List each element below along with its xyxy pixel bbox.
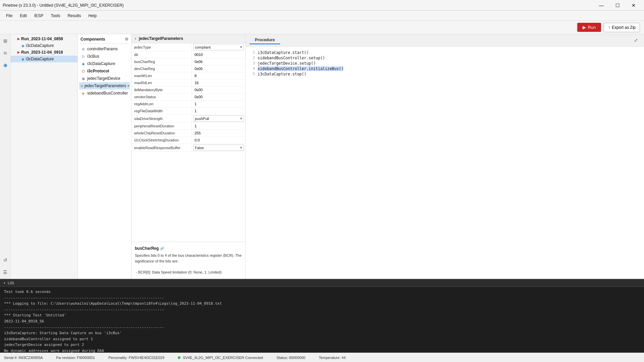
- log-line-11: No dynamic addresses were assigned durin…: [4, 348, 640, 353]
- param-value-busCharReg[interactable]: [192, 58, 245, 65]
- param-row-regFileDataWidth: regFileDataWidth: [131, 108, 245, 115]
- run-button[interactable]: ▶ Run: [577, 23, 601, 32]
- code-line-1: 1 i3cDataCapture.start(): [250, 50, 640, 55]
- comp-label-i3cProtocol: i3cProtocol: [87, 69, 109, 73]
- param-input-vendorStatus[interactable]: [193, 94, 244, 100]
- minimize-button[interactable]: —: [594, 0, 609, 11]
- comp-controllerParams[interactable]: ⊞ controllerParams: [79, 45, 130, 53]
- param-input-regAddrLen[interactable]: [193, 101, 244, 107]
- sidebar-item-run-0918[interactable]: ▶ Run_2023-11-04_0918: [11, 49, 77, 56]
- param-select-sdaDriveStrength[interactable]: pushPull ▾: [193, 115, 244, 122]
- param-value-i2cClockStretchingDuration[interactable]: [192, 137, 245, 143]
- tab-procedure[interactable]: Procedure: [250, 36, 280, 44]
- comp-sidebandBusController[interactable]: ◈ sidebandBusController: [79, 89, 130, 97]
- status-personality: Personality: FWSV4E4I3C01E029: [108, 356, 164, 360]
- param-input-maxRdLen[interactable]: [193, 80, 244, 85]
- sidebar-run-0918-label: Run_2023-11-04_0918: [21, 50, 63, 55]
- nav-file-icon[interactable]: ☰: [1, 267, 10, 277]
- comp-jedecTargetDevice[interactable]: ▣ jedecTargetDevice: [79, 75, 130, 82]
- param-value-enableReadResponseBuffer[interactable]: False ▾: [192, 144, 245, 152]
- params-nav-back[interactable]: ‹: [135, 36, 136, 41]
- param-value-devCharReg[interactable]: [192, 65, 245, 72]
- param-input-peripheralResetDuration[interactable]: [193, 123, 244, 129]
- param-input-maxWrLen[interactable]: [193, 73, 244, 78]
- log-header[interactable]: ▾ LOG: [0, 280, 644, 287]
- menu-tools[interactable]: Tools: [47, 12, 63, 19]
- param-input-i2cClockStretchingDuration[interactable]: [193, 137, 244, 143]
- code-text-1: i3cDataCapture.start(): [258, 50, 309, 55]
- param-value-dti[interactable]: [192, 51, 245, 58]
- comp-icon-capture: ◉: [80, 61, 86, 66]
- param-label-dti: dti: [131, 51, 192, 58]
- maximize-button[interactable]: ☐: [610, 0, 625, 11]
- export-button[interactable]: ↑ Export as Zip: [604, 23, 640, 32]
- menu-file[interactable]: File: [3, 12, 16, 19]
- nav-capture-icon[interactable]: ◉: [1, 60, 10, 70]
- statusbar: Serial #: INI3C230905A Fw revision: FW00…: [0, 353, 644, 362]
- menu-iesp[interactable]: IESP: [31, 12, 47, 19]
- param-value-regAddrLen[interactable]: [192, 101, 245, 107]
- param-input-wholeChipResetDuration[interactable]: [193, 130, 244, 136]
- comp-label-jedecTargetDevice: jedecTargetDevice: [87, 76, 120, 81]
- param-row-devCharReg: devCharReg: [131, 65, 245, 72]
- comp-jedecTargetParameters[interactable]: ⊞ jedecTargetParameters ■: [79, 82, 130, 89]
- sidebar-item-run-0859[interactable]: ▶ Run_2023-11-04_0859: [11, 36, 77, 42]
- status-connected: SV4E_4L2G_MIPI_I3C_EXERCISER Connected: [178, 356, 263, 360]
- param-select-enableReadResponseBuffer[interactable]: False ▾: [193, 144, 244, 151]
- param-input-dti[interactable]: [193, 52, 244, 57]
- param-label-peripheralResetDuration: peripheralResetDuration: [131, 123, 192, 129]
- param-value-maxWrLen[interactable]: [192, 72, 245, 79]
- sidebar-item-capture-1[interactable]: ◉ i3cDataCapture: [11, 42, 77, 49]
- log-line-5: *** Starting Test 'Untitled': [4, 312, 640, 318]
- sidebar-item-capture-2[interactable]: ◉ i3cDataCapture: [11, 56, 77, 62]
- param-label-sdaDriveStrength: sdaDriveStrength: [131, 115, 192, 122]
- status-serial-label: Serial #:: [4, 356, 17, 360]
- param-row-regAddrLen: regAddrLen: [131, 101, 245, 108]
- param-value-sdaDriveStrength[interactable]: pushPull ▾: [192, 115, 245, 122]
- doc-link-icon[interactable]: 🔗: [160, 247, 164, 250]
- param-select-sdaDriveStrength-value: pushPull: [195, 117, 209, 121]
- comp-icon-protocol: ⬡: [80, 68, 86, 74]
- status-connected-dot: [178, 356, 180, 359]
- menu-results[interactable]: Results: [64, 12, 84, 19]
- param-value-maxRdLen[interactable]: [192, 79, 245, 86]
- menu-help[interactable]: Help: [85, 12, 100, 19]
- code-line-4: 4 sidebandBusController.initializeBus(): [250, 66, 640, 71]
- doc-title: busCharReg 🔗: [135, 246, 242, 251]
- log-line-4: ----------------------------------------…: [4, 307, 640, 313]
- param-value-wholeChipResetDuration[interactable]: [192, 130, 245, 136]
- run-label: Run: [588, 25, 596, 30]
- nav-refresh-icon[interactable]: ↺: [1, 255, 10, 265]
- comp-i3cDataCapture[interactable]: ◉ i3cDataCapture: [79, 60, 130, 67]
- nav-params-icon[interactable]: ⊟: [1, 48, 10, 58]
- status-fw: Fw revision: FW000001: [56, 356, 95, 360]
- export-label: Export as Zip: [612, 25, 636, 30]
- comp-i3cProtocol[interactable]: ⬡ i3cProtocol: [79, 67, 130, 75]
- menu-edit[interactable]: Edit: [16, 12, 30, 19]
- doc-panel: busCharReg 🔗 Specifies bits 0 to 4 of th…: [131, 242, 245, 279]
- code-line-2: 2 sidebandBusController.setup(): [250, 55, 640, 61]
- nav-sliders-icon[interactable]: ⊞: [1, 36, 10, 46]
- param-value-regFileDataWidth[interactable]: [192, 108, 245, 114]
- comp-label-sidebandBusController: sidebandBusController: [87, 91, 128, 96]
- param-select-jedecType-value: compliant: [195, 45, 211, 49]
- param-row-vendorStatus: vendorStatus: [131, 94, 245, 101]
- log-line-1: Test took 0.6 seconds: [4, 289, 640, 295]
- param-input-busCharReg[interactable]: [193, 59, 244, 64]
- components-title: Components: [80, 37, 105, 42]
- components-gear-icon[interactable]: ⚙: [125, 37, 128, 42]
- close-button[interactable]: ✕: [626, 0, 641, 11]
- param-value-ibiMandatoryByte[interactable]: [192, 86, 245, 93]
- param-value-peripheralResetDuration[interactable]: [192, 123, 245, 129]
- comp-i3cBus[interactable]: ⊟ i3cBus: [79, 53, 130, 60]
- param-select-jedecType[interactable]: compliant ▾: [193, 44, 244, 50]
- comp-icon-bus: ⊟: [80, 54, 86, 59]
- param-value-vendorStatus[interactable]: [192, 94, 245, 100]
- param-input-ibiMandatoryByte[interactable]: [193, 87, 244, 93]
- param-label-busCharReg: busCharReg: [131, 58, 192, 65]
- param-value-jedecType[interactable]: compliant ▾: [192, 43, 245, 51]
- procedure-expand-button[interactable]: ⤢: [632, 37, 640, 44]
- sidebar: ▶ Run_2023-11-04_0859 ◉ i3cDataCapture ▶…: [11, 34, 78, 279]
- param-input-devCharReg[interactable]: [193, 66, 244, 71]
- param-input-regFileDataWidth[interactable]: [193, 108, 244, 114]
